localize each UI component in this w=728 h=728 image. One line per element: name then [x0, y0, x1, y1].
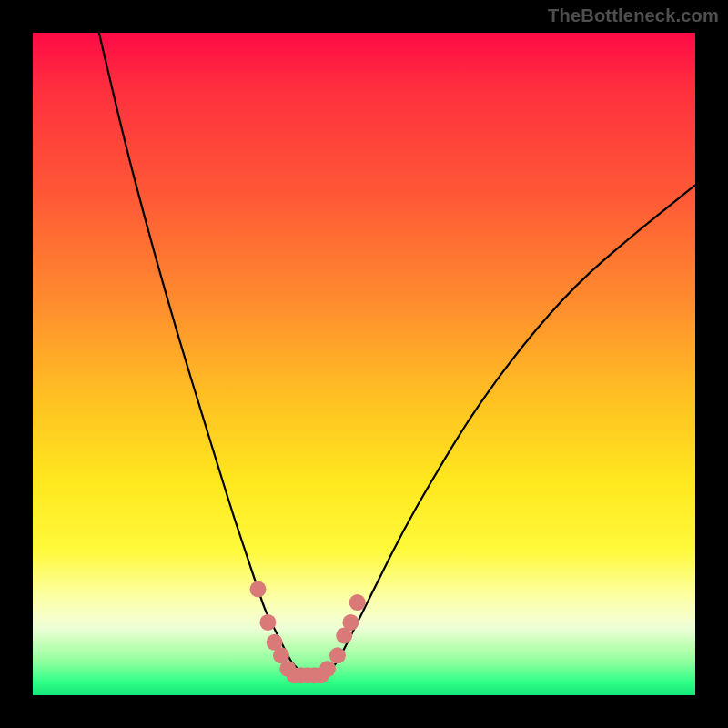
plot-area	[33, 33, 695, 695]
data-marker	[342, 614, 359, 631]
data-marker	[250, 581, 267, 598]
data-marker	[329, 647, 346, 663]
bottleneck-curve	[99, 33, 695, 675]
markers-group	[250, 581, 366, 684]
chart-frame: TheBottleneck.com	[0, 0, 728, 728]
data-marker	[319, 661, 336, 677]
data-marker	[349, 594, 366, 611]
chart-svg	[33, 33, 695, 695]
attribution-text: TheBottleneck.com	[548, 5, 719, 26]
data-marker	[259, 614, 276, 631]
